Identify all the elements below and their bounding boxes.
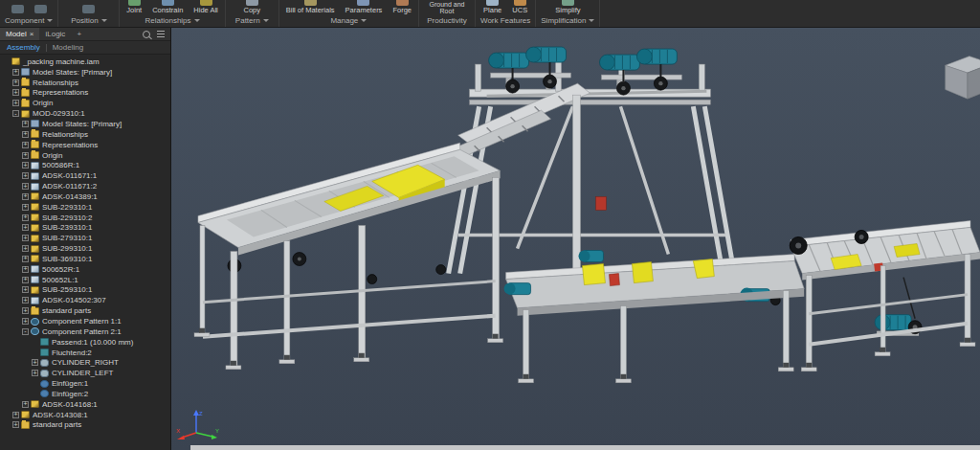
close-icon[interactable]: × [30, 31, 34, 38]
tab-ilogic[interactable]: iLogic [39, 28, 71, 40]
tree-item-sub-369310-1[interactable]: +SUB-369310:1 [0, 254, 170, 264]
ribbon-button-ucs[interactable]: UCS [510, 0, 529, 14]
tree-item-component-pattern-2-1[interactable]: -Component Pattern 2:1 [0, 326, 170, 337]
tree-item-adsk-011671-2[interactable]: +ADSK-011671:2 [0, 181, 170, 191]
search-icon[interactable] [143, 31, 150, 38]
tree-item-500652r-1[interactable]: +500652R:1 [0, 264, 170, 275]
tree-item-sub-299310-1[interactable]: +SUB-299310:1 [0, 243, 170, 254]
expand-icon[interactable]: + [22, 224, 29, 231]
expand-icon[interactable]: + [22, 307, 29, 314]
ribbon-group-label-manage[interactable]: Manage [284, 14, 413, 26]
expand-icon[interactable]: + [12, 89, 19, 96]
expand-icon[interactable]: + [22, 152, 29, 159]
tree-item-cylinder-left[interactable]: +CYLINDER_LEFT [0, 368, 170, 378]
expand-icon[interactable]: + [32, 359, 38, 366]
add-tab-button[interactable]: + [71, 28, 87, 40]
tree-item-adsk-014168-1[interactable]: +ADSK-014168:1 [0, 399, 170, 410]
expand-icon[interactable]: + [22, 142, 29, 148]
ribbon-button-copy[interactable]: Copy [241, 0, 262, 14]
expand-icon[interactable]: + [22, 297, 29, 304]
ribbon-button-position-icon[interactable] [80, 0, 97, 14]
tree-item-component-pattern-1-1[interactable]: +Component Pattern 1:1 [0, 316, 170, 326]
expand-icon[interactable]: + [22, 277, 29, 283]
tree-item-sub-229310-1[interactable]: +SUB-229310:1 [0, 202, 170, 213]
ribbon-button-constrain[interactable]: Constrain [150, 0, 185, 14]
collapse-icon[interactable]: - [22, 328, 29, 335]
expand-icon[interactable]: + [12, 100, 19, 106]
tree-item-cylinder-right[interactable]: +CYLINDER_RIGHT [0, 357, 170, 368]
tree-item-sub-239310-1[interactable]: +SUB-239310:1 [0, 223, 170, 234]
ribbon-group-label-position[interactable]: Position [63, 14, 114, 26]
expand-icon[interactable]: + [12, 421, 19, 428]
tree-item-representations[interactable]: +Representations [0, 88, 170, 99]
tree-item-origin[interactable]: +Origin [0, 150, 170, 161]
tree-item-model-states-primary[interactable]: +Model States: [Primary] [0, 119, 170, 129]
ribbon-button-plane[interactable]: Plane [481, 0, 503, 14]
ribbon-button-parameters[interactable]: Parameters [344, 0, 385, 14]
expand-icon[interactable]: + [22, 183, 29, 190]
tree-item-adsk-014308-1[interactable]: +ADSK-014308:1 [0, 410, 170, 420]
ribbon-group-label-simplification[interactable]: Simplification [541, 14, 594, 26]
expand-icon[interactable]: + [22, 235, 29, 241]
subtab-assembly[interactable]: Assembly [7, 43, 40, 52]
ribbon-button-ground-and-root[interactable]: Ground and Root [424, 0, 470, 14]
tree-item-adsk-014389-1[interactable]: +ADSK-014389:1 [0, 191, 170, 202]
ribbon-button-create-icon[interactable] [33, 0, 49, 14]
ribbon-group-label-relationships[interactable]: Relationships [124, 14, 219, 26]
tab-model[interactable]: Model × [0, 28, 39, 40]
expand-icon[interactable]: + [22, 401, 29, 408]
ribbon-button-place-icon[interactable] [10, 0, 26, 14]
bottom-scrollbar[interactable] [190, 445, 980, 450]
expand-icon[interactable]: + [22, 266, 29, 273]
tree-item-relationships[interactable]: +Relationships [0, 129, 170, 140]
ribbon-button-hide-all[interactable]: Hide All [191, 0, 219, 14]
tree-item-model-states-primary[interactable]: +Model States: [Primary] [0, 67, 170, 78]
expand-icon[interactable]: + [12, 79, 19, 86]
tree-item-standard-parts[interactable]: +standard parts [0, 420, 170, 431]
ribbon-group-label-work-features[interactable]: Work Features [480, 14, 530, 26]
expand-icon[interactable]: + [22, 286, 29, 293]
expand-icon[interactable]: + [22, 162, 29, 169]
center-mechanism[interactable] [573, 95, 607, 283]
expand-icon[interactable]: + [22, 256, 29, 262]
tree-item-einf-gen-2[interactable]: Einfügen:2 [0, 389, 170, 399]
tree-item-relationships[interactable]: +Relationships [0, 78, 170, 88]
middle-conveyor[interactable] [504, 255, 805, 381]
ribbon-button-simplify[interactable]: Simplify [553, 0, 582, 14]
tree-item-representations[interactable]: +Representations [0, 140, 170, 150]
expand-icon[interactable]: + [22, 318, 29, 325]
ribbon-group-label-productivity[interactable]: Productivity [424, 14, 470, 26]
tree-item-sub-229310-2[interactable]: +SUB-229310:2 [0, 213, 170, 223]
expand-icon[interactable]: + [22, 121, 29, 127]
right-conveyor[interactable] [790, 220, 980, 369]
tree-item-einf-gen-1[interactable]: Einfügen:1 [0, 378, 170, 389]
expand-icon[interactable]: + [32, 370, 38, 376]
ribbon-group-label-component[interactable]: Component [5, 14, 53, 26]
tree-item-sub-279310-1[interactable]: +SUB-279310:1 [0, 233, 170, 243]
expand-icon[interactable]: + [22, 193, 29, 200]
collapse-icon[interactable]: - [12, 110, 19, 117]
viewcube[interactable] [938, 47, 980, 102]
top-drive-motors[interactable] [489, 47, 682, 95]
tree-item-adsk-011671-1[interactable]: +ADSK-011671:1 [0, 170, 170, 181]
tree-item-packing-machine-iam[interactable]: _packing machine.iam [0, 56, 170, 67]
tree-item-fluchtend-2[interactable]: Fluchtend:2 [0, 348, 170, 358]
expand-icon[interactable]: + [22, 131, 29, 138]
ribbon-button-joint[interactable]: Joint [124, 0, 144, 14]
expand-icon[interactable]: + [12, 412, 19, 418]
tree-item-origin[interactable]: +Origin [0, 98, 170, 108]
ribbon-button-bill-of-materials[interactable]: Bill of Materials [284, 0, 337, 14]
expand-icon[interactable]: + [22, 214, 29, 221]
tree-item-mod-029310-1[interactable]: -MOD-029310:1 [0, 108, 170, 119]
tree-item-standard-parts[interactable]: +standard parts [0, 305, 170, 316]
tree-item-adsk-014502-307[interactable]: +ADSK-014502:307 [0, 295, 170, 305]
ribbon-button-forge[interactable]: Forge [390, 0, 413, 14]
expand-icon[interactable]: + [22, 204, 29, 211]
tree-item-passend-1-10-000-mm[interactable]: Passend:1 (10.000 mm) [0, 337, 170, 348]
tree-item-500586r-1[interactable]: +500586R:1 [0, 160, 170, 170]
viewport-3d[interactable]: X Y Z [171, 28, 980, 450]
subtab-modeling[interactable]: Modeling [53, 43, 83, 52]
tree-item-500652l-1[interactable]: +500652L:1 [0, 275, 170, 285]
expand-icon[interactable]: + [22, 245, 29, 252]
3d-model-packing-machine[interactable] [171, 28, 980, 450]
